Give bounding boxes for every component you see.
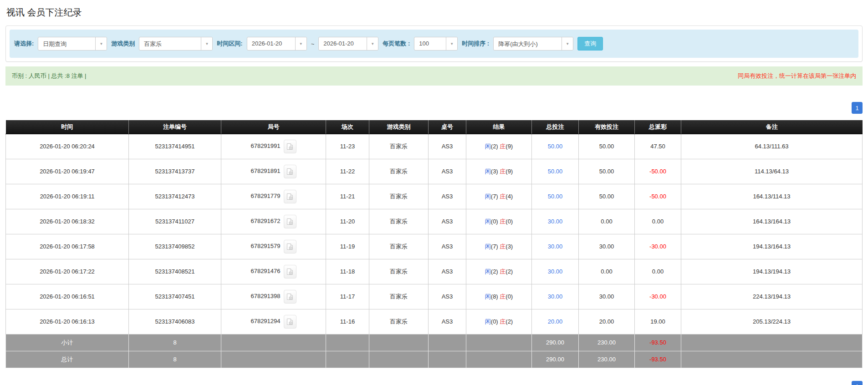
empty-cell	[429, 351, 466, 368]
game-cell: 百家乐	[369, 184, 429, 209]
player-result: 闲	[485, 318, 491, 325]
bet-id-cell: 523137413737	[129, 159, 221, 184]
result-cell: 闲(0) 庄(2)	[466, 309, 532, 334]
chevron-down-icon: ▼	[367, 37, 378, 50]
player-score: (2)	[491, 143, 498, 150]
table-no-cell: AS3	[429, 134, 466, 159]
time-cell: 2026-01-20 06:19:47	[6, 159, 129, 184]
video-replay-button[interactable]	[284, 140, 296, 153]
video-replay-button[interactable]	[284, 240, 296, 253]
payout-cell: -50.00	[635, 159, 681, 184]
banker-result: 庄	[500, 143, 505, 150]
total-bet-cell: 30.00	[532, 284, 579, 309]
bet-id-cell: 523137412473	[129, 184, 221, 209]
table-row: 2026-01-20 06:16:13 523137406083 6782912…	[6, 309, 863, 334]
session-cell: 11-22	[326, 159, 369, 184]
round-id-value: 678291891	[250, 167, 280, 174]
valid-bet-cell: 20.00	[579, 309, 635, 334]
round-id-cell: 678291891	[221, 159, 326, 184]
filter-bar: 请选择: 日期查询 ▼ 游戏类别 百家乐 ▼ 时间区间: 2026-01-20 …	[10, 30, 858, 58]
player-score: (7)	[491, 243, 498, 250]
game-cell: 百家乐	[369, 209, 429, 234]
video-replay-button[interactable]	[284, 265, 296, 279]
column-header: 总投注	[532, 120, 579, 134]
search-button[interactable]: 查询	[577, 37, 603, 51]
valid-bet-cell: 50.00	[579, 184, 635, 209]
time-sort-select[interactable]: 降幂(由大到小) ▼	[493, 37, 573, 51]
video-file-icon	[286, 293, 293, 300]
column-header: 注单编号	[129, 120, 221, 134]
valid-bet-cell: 30.00	[579, 284, 635, 309]
round-id-cell: 678291398	[221, 284, 326, 309]
player-score: (3)	[491, 168, 498, 175]
video-replay-button[interactable]	[284, 190, 296, 203]
game-cell: 百家乐	[369, 309, 429, 334]
total-bet-cell: 30.00	[532, 234, 579, 259]
chevron-down-icon: ▼	[295, 37, 306, 50]
pagination-page-1[interactable]: 1	[852, 102, 863, 114]
video-replay-button[interactable]	[284, 165, 296, 178]
payout-cell: 0.00	[635, 259, 681, 284]
round-id-cell: 678291294	[221, 309, 326, 334]
note-cell: 224.13/194.13	[681, 284, 863, 309]
table-row: 2026-01-20 06:19:47 523137413737 6782918…	[6, 159, 863, 184]
round-id-cell: 678291579	[221, 234, 326, 259]
round-id-cell: 678291672	[221, 209, 326, 234]
time-cell: 2026-01-20 06:18:32	[6, 209, 129, 234]
video-replay-button[interactable]	[284, 215, 296, 228]
game-cell: 百家乐	[369, 134, 429, 159]
player-result: 闲	[485, 218, 491, 225]
summary-total-bet-cell: 290.00	[532, 351, 579, 368]
player-result: 闲	[485, 268, 491, 275]
chevron-down-icon: ▼	[95, 37, 107, 50]
summary-count-cell: 8	[129, 351, 221, 368]
video-file-icon	[286, 218, 293, 225]
time-sort-value: 降幂(由大到小)	[494, 37, 562, 50]
per-page-select[interactable]: 100 ▼	[414, 37, 458, 51]
result-cell: 闲(3) 庄(9)	[466, 159, 532, 184]
date-from-select[interactable]: 2026-01-20 ▼	[247, 37, 307, 51]
payout-cell: -30.00	[635, 234, 681, 259]
payout-cell: -50.00	[635, 184, 681, 209]
table-row: 2026-01-20 06:17:58 523137409852 6782915…	[6, 234, 863, 259]
video-replay-button[interactable]	[284, 315, 296, 329]
table-header-row: 时间注单编号局号场次游戏类别桌号结果总投注有效投注总派彩备注	[6, 120, 863, 134]
table-no-cell: AS3	[429, 159, 466, 184]
time-cell: 2026-01-20 06:16:13	[6, 309, 129, 334]
empty-cell	[221, 351, 326, 368]
video-file-icon	[286, 243, 293, 250]
date-to-select[interactable]: 2026-01-20 ▼	[318, 37, 378, 51]
player-score: (8)	[491, 293, 498, 300]
player-result: 闲	[485, 168, 491, 175]
query-type-select[interactable]: 日期查询 ▼	[38, 37, 107, 51]
banker-result: 庄	[500, 268, 505, 275]
per-page-value: 100	[414, 37, 446, 50]
banker-score: (4)	[505, 193, 513, 200]
select-type-label: 请选择:	[14, 40, 34, 48]
game-type-value: 百家乐	[139, 37, 201, 50]
time-cell: 2026-01-20 06:17:22	[6, 259, 129, 284]
column-header: 结果	[466, 120, 532, 134]
empty-cell	[466, 351, 532, 368]
game-type-select[interactable]: 百家乐 ▼	[139, 37, 213, 51]
summary-label-cell: 小计	[6, 334, 129, 351]
pagination-page-1-bottom[interactable]: 1	[852, 381, 863, 385]
total-bet-cell: 50.00	[532, 184, 579, 209]
video-replay-button[interactable]	[284, 290, 296, 304]
table-no-cell: AS3	[429, 184, 466, 209]
table-head: 时间注单编号局号场次游戏类别桌号结果总投注有效投注总派彩备注	[6, 120, 863, 134]
banker-score: (9)	[505, 143, 513, 150]
session-cell: 11-23	[326, 134, 369, 159]
table-row: 2026-01-20 06:18:32 523137411027 6782916…	[6, 209, 863, 234]
empty-cell	[369, 334, 429, 351]
player-result: 闲	[485, 193, 491, 200]
video-file-icon	[286, 143, 293, 150]
video-file-icon	[286, 268, 293, 275]
column-header: 时间	[6, 120, 129, 134]
session-cell: 11-16	[326, 309, 369, 334]
empty-cell	[326, 334, 369, 351]
query-type-value: 日期查询	[38, 37, 95, 50]
summary-total-bet-cell: 290.00	[532, 334, 579, 351]
session-cell: 11-20	[326, 209, 369, 234]
table-body: 2026-01-20 06:20:24 523137414951 6782919…	[6, 134, 863, 334]
